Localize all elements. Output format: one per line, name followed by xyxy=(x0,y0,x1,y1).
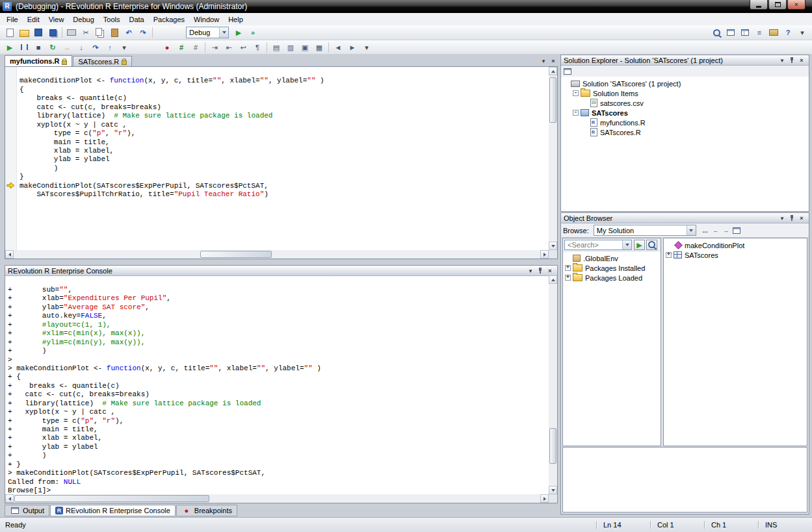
comment-button[interactable]: # xyxy=(174,41,189,53)
chevron-down-icon[interactable] xyxy=(622,240,631,249)
environment-tree-item[interactable]: +Packages Loaded xyxy=(563,273,661,283)
solution-tree-item[interactable]: myfunctions.R xyxy=(561,118,809,127)
open-button[interactable] xyxy=(17,27,31,39)
save-all-button[interactable] xyxy=(46,27,60,39)
run-button[interactable]: ▶ xyxy=(3,41,17,53)
start-debug-button[interactable]: ▶ xyxy=(231,27,246,39)
outdent-button[interactable]: ⇤ xyxy=(222,41,236,53)
menu-packages[interactable]: Packages xyxy=(149,14,189,25)
scrollbar-thumb[interactable] xyxy=(549,428,557,464)
object-list-item[interactable]: +SATscores xyxy=(664,250,807,260)
search-combo[interactable]: <Search> xyxy=(564,240,632,250)
stop-button[interactable]: ■ xyxy=(31,41,46,53)
object-browser-button[interactable] xyxy=(738,27,752,39)
scrollbar-thumb[interactable] xyxy=(200,251,272,258)
scroll-left-button[interactable] xyxy=(5,250,14,259)
menu-help[interactable]: Help xyxy=(224,14,248,25)
menu-tools[interactable]: Tools xyxy=(99,14,125,25)
object-list-item[interactable]: makeConditionPlot xyxy=(664,240,807,250)
close-button[interactable]: × xyxy=(797,56,806,64)
code-editor[interactable]: makeConditionPlot <- function(x, y, c, t… xyxy=(5,66,558,259)
tile-vertical-button[interactable]: ▥ xyxy=(283,41,298,53)
editor-horizontal-scrollbar[interactable] xyxy=(5,250,549,259)
expand-icon[interactable]: + xyxy=(666,252,672,258)
chevron-down-icon[interactable] xyxy=(687,225,696,235)
uncomment-button[interactable]: # xyxy=(189,41,203,53)
toolbar-options-button[interactable]: ▾ xyxy=(117,41,131,53)
scroll-left-button[interactable] xyxy=(5,494,14,503)
forward-button[interactable]: → xyxy=(722,226,731,234)
scroll-up-button[interactable] xyxy=(549,67,557,75)
scroll-up-button[interactable] xyxy=(549,275,557,284)
restart-button[interactable]: ↻ xyxy=(46,41,60,53)
editor-vertical-scrollbar[interactable] xyxy=(549,67,557,250)
window-position-button[interactable]: ▾ xyxy=(526,266,535,275)
run-selection-button[interactable]: » xyxy=(246,27,260,39)
next-bookmark-button[interactable]: ► xyxy=(345,41,360,53)
menu-debug[interactable]: Debug xyxy=(68,14,98,25)
solution-tree-item[interactable]: SATscores.R xyxy=(561,127,809,137)
close-tab-button[interactable]: × xyxy=(549,57,558,65)
environment-tree-item[interactable]: .GlobalEnv xyxy=(563,253,661,263)
help-button[interactable]: ? xyxy=(781,27,795,39)
toolbox-button[interactable] xyxy=(766,27,781,39)
find-button[interactable] xyxy=(709,27,724,39)
back-button[interactable]: ← xyxy=(711,226,720,234)
view-settings-button[interactable] xyxy=(732,226,741,234)
redo-button[interactable]: ↷ xyxy=(136,27,150,39)
close-button[interactable]: × xyxy=(787,0,805,10)
environment-tree-item[interactable]: +Packages Installed xyxy=(563,263,661,273)
show-whitespace-button[interactable]: ¶ xyxy=(250,41,265,53)
scrollbar-thumb[interactable] xyxy=(549,77,557,123)
auto-hide-button[interactable] xyxy=(787,214,796,222)
scroll-right-button[interactable] xyxy=(540,494,549,503)
solution-tree-item[interactable]: -SATscores xyxy=(561,108,809,118)
previous-bookmark-button[interactable]: ◄ xyxy=(331,41,345,53)
console-vertical-scrollbar[interactable] xyxy=(549,275,557,494)
pause-button[interactable] xyxy=(17,41,31,53)
properties-button[interactable] xyxy=(563,68,572,76)
step-into-button[interactable]: ↓ xyxy=(74,41,88,53)
indent-button[interactable]: ⇥ xyxy=(207,41,222,53)
search-options-button[interactable] xyxy=(646,240,657,250)
expand-icon[interactable]: + xyxy=(565,265,571,271)
console-output[interactable]: + sub="",+ xlab="Expenditures Per Pupil"… xyxy=(5,275,549,494)
menu-window[interactable]: Window xyxy=(189,14,224,25)
browse-more-button[interactable]: … xyxy=(701,226,710,234)
menu-view[interactable]: View xyxy=(44,14,69,25)
scroll-right-button[interactable] xyxy=(540,250,549,259)
toolbar-options-button[interactable]: ▾ xyxy=(360,41,374,53)
solution-explorer-button[interactable] xyxy=(724,27,738,39)
cascade-button[interactable]: ▣ xyxy=(298,41,312,53)
menu-data[interactable]: Data xyxy=(124,14,148,25)
console-horizontal-scrollbar[interactable] xyxy=(5,494,549,503)
close-button[interactable]: × xyxy=(797,214,806,222)
search-go-button[interactable]: ▶ xyxy=(634,240,645,250)
expand-icon[interactable]: + xyxy=(565,275,571,281)
maximize-button[interactable] xyxy=(768,0,787,10)
editor-tab[interactable]: SATscores.R xyxy=(73,56,132,66)
scroll-down-button[interactable] xyxy=(549,486,557,494)
undo-button[interactable]: ↶ xyxy=(122,27,136,39)
debug-config-combo[interactable]: Debug xyxy=(186,27,229,38)
panel-tab[interactable]: RREvolution R Enterprise Console xyxy=(50,505,176,516)
collapse-icon[interactable]: - xyxy=(573,110,579,116)
close-button[interactable]: × xyxy=(545,266,555,275)
tile-horizontal-button[interactable]: ▤ xyxy=(269,41,283,53)
toolbar-options-button[interactable]: ▾ xyxy=(795,27,809,39)
auto-hide-button[interactable] xyxy=(787,56,796,64)
solution-tree-item[interactable]: satscores.csv xyxy=(561,98,809,108)
scroll-tabs-button[interactable]: ▾ xyxy=(539,57,548,65)
window-position-button[interactable]: ▾ xyxy=(778,214,787,222)
panel-tab[interactable]: Output xyxy=(5,505,49,516)
paste-button[interactable] xyxy=(107,27,122,39)
chevron-down-icon[interactable] xyxy=(219,27,228,38)
scrollbar-thumb[interactable] xyxy=(14,495,209,502)
print-button[interactable] xyxy=(64,27,79,39)
properties-window-button[interactable]: ≡ xyxy=(752,27,766,39)
close-all-button[interactable]: ▦ xyxy=(312,41,326,53)
menu-edit[interactable]: Edit xyxy=(23,14,44,25)
editor-tab[interactable]: myfunctions.R xyxy=(5,55,72,66)
menu-file[interactable]: File xyxy=(2,14,23,25)
cut-button[interactable]: ✂ xyxy=(79,27,93,39)
